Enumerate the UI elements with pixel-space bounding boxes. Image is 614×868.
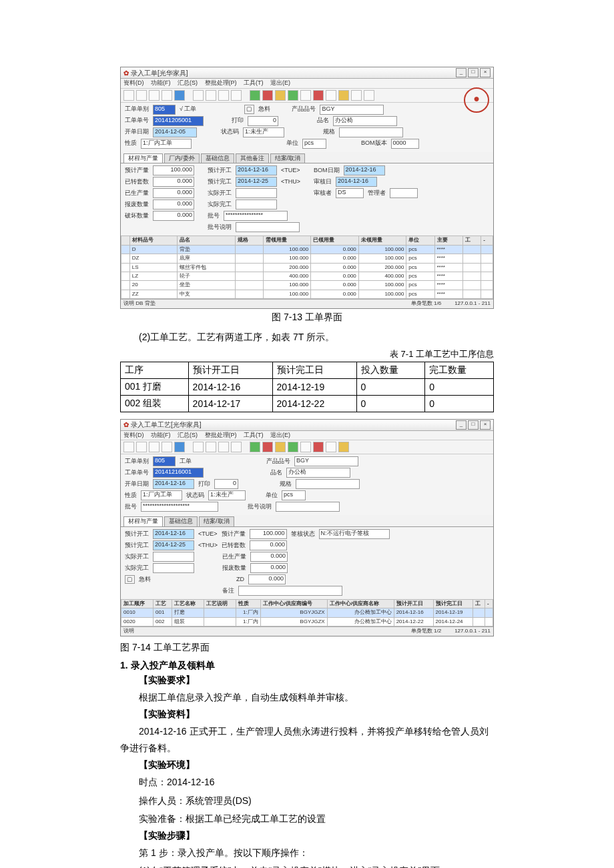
menu-tool[interactable]: 工具(T) [244,432,264,438]
v-sjkg[interactable] [236,188,277,198]
tb-filter-icon[interactable] [300,442,311,452]
input-dw[interactable]: pcs [302,139,326,149]
tb-cancel-icon[interactable] [262,442,273,452]
tb-new-icon[interactable] [123,442,134,452]
v-bomrq[interactable]: 2014-12-16 [344,165,385,175]
v-yjkg[interactable]: 2014-12-16 [236,165,277,175]
grid-row[interactable]: LZ轮子400.0000.000400.000pcs**** [121,272,493,280]
tb-folder-icon[interactable] [338,90,349,101]
tb-print-icon[interactable] [174,90,185,101]
input-ztm[interactable]: 1:未生产 [243,127,284,137]
close-button[interactable]: × [480,68,491,77]
menu-exit[interactable]: 退出(E) [270,432,290,438]
v-phsm[interactable] [276,502,340,512]
v-yjcl[interactable]: 100.000 [250,529,287,539]
tab-ccycl[interactable]: 材程与产量 [123,516,163,526]
v-yjkg[interactable]: 2014-12-16 [153,529,194,539]
input-gdlb[interactable]: 805 [153,105,176,115]
v-ph[interactable]: ******************** [141,502,218,512]
tb-approve-icon[interactable] [288,90,298,101]
tb-cancel-icon[interactable] [262,90,273,101]
tb-search-icon[interactable] [136,442,147,452]
v-yjcl[interactable]: 100.000 [153,165,194,175]
input-kdrq[interactable]: 2014-12-05 [153,127,197,137]
tb-prev-icon[interactable] [206,442,216,452]
chk-jl[interactable]: ▢ [244,105,254,114]
tb-lock-icon[interactable] [313,442,324,452]
tb-open-icon[interactable] [326,90,336,101]
v-gdh[interactable]: 20141216001 [153,468,204,478]
v-yjwg[interactable]: 2014-12-25 [153,540,194,550]
v-glz[interactable] [390,188,418,198]
tab-jaqx[interactable]: 结案/取消 [199,516,234,526]
tb-delete-icon[interactable] [149,442,160,452]
v-sjwg[interactable] [153,563,194,573]
v-yzts[interactable]: 0.000 [250,540,287,550]
v-xz[interactable]: 1:厂内工单 [141,490,182,500]
tb-more-icon[interactable] [364,90,374,101]
tab-qtbz[interactable]: 其他备注 [236,153,269,163]
tb-next-icon[interactable] [218,90,229,101]
v-qhzt[interactable]: N:不运行电子签核 [319,529,390,539]
v-shr[interactable]: 2014-12-16 [336,177,377,187]
menu-batch[interactable]: 整批处理(P) [205,432,237,438]
v-phsl[interactable]: 0.000 [153,211,194,221]
menu-exit[interactable]: 退出(E) [270,79,290,86]
v-yjts[interactable]: 0.000 [153,177,194,187]
v-yscl[interactable]: 0.000 [153,188,194,198]
v-phsm[interactable] [236,222,300,232]
tb-open-icon[interactable] [326,442,336,452]
v-bfsl[interactable]: 0.000 [250,563,288,573]
tb-approve-icon[interactable] [288,442,298,452]
tab-ccycl[interactable]: 材程与产量 [123,153,163,163]
menu-batch[interactable]: 整批处理(P) [205,79,237,86]
v-yjwg[interactable]: 2014-12-25 [236,177,277,187]
input-bom[interactable]: 0000 [391,139,419,149]
menu-data[interactable]: 资料(D) [123,432,144,438]
input-xz[interactable]: 1:厂内工单 [141,139,192,149]
input-dy[interactable]: 0 [248,116,278,126]
tb-print-icon[interactable] [174,442,185,452]
tb-delete-icon[interactable] [149,90,160,101]
tb-refresh-icon[interactable] [275,442,286,452]
v-shz[interactable]: DS [336,188,364,198]
grid-row[interactable]: 0020002组装1:厂内BGYJGZX办公椅加工中心2014-12-22201… [121,617,493,626]
menu-sum[interactable]: 汇总(S) [178,79,198,86]
tb-first-icon[interactable] [193,90,204,101]
maximize-button[interactable]: □ [468,68,479,77]
menu-func[interactable]: 功能(F) [151,432,171,438]
input-pbh[interactable]: BGY [320,105,384,115]
v-yscl[interactable]: 0.000 [250,552,288,562]
input-pm[interactable]: 办公椅 [333,116,397,126]
grid-row[interactable]: 0010001打磨1:厂内BGYJGZX办公椅加工中心2014-12-16201… [121,608,493,617]
v-gg[interactable] [296,479,360,489]
menu-data[interactable]: 资料(D) [123,79,144,86]
grid-row[interactable]: DZ底座100.0000.000100.000pcs**** [121,254,493,263]
v-ph[interactable]: **************** [224,211,288,221]
grid-row[interactable]: D背垫100.0000.000100.000pcs**** [121,245,493,254]
input-gdh[interactable]: 20141205001 [153,116,204,126]
minimize-button[interactable]: _ [456,68,467,77]
tab-jcxx[interactable]: 基础信息 [164,516,198,526]
v-dw[interactable]: pcs [282,490,306,500]
v-bfsl[interactable]: 0.000 [153,199,194,209]
v-kdrq[interactable]: 2014-12-16 [153,479,194,489]
tb-filter-icon[interactable] [300,90,311,101]
grid-row[interactable]: ZZ中支100.0000.000100.000pcs**** [121,290,493,298]
tb-prev-icon[interactable] [206,90,216,101]
tb-check-icon[interactable] [250,442,260,452]
tb-next-icon[interactable] [218,442,229,452]
tb-last-icon[interactable] [231,442,242,452]
minimize-button[interactable]: _ [456,420,467,430]
v-bz[interactable] [238,586,342,596]
process-grid[interactable]: 加工顺序工艺工艺名称工艺说明性质工作中心/供应商编号工作中心/供应商名称预计开工… [121,599,493,626]
v-pbh[interactable]: BGY [294,456,358,466]
tb-save-icon[interactable] [351,90,362,101]
tab-jcxx[interactable]: 基础信息 [201,153,234,163]
menu-sum[interactable]: 汇总(S) [178,432,198,438]
close-button[interactable]: × [480,420,491,430]
menu-func[interactable]: 功能(F) [151,79,171,86]
v-sjwg[interactable] [236,199,277,209]
menu-tool[interactable]: 工具(T) [244,79,264,86]
tb-refresh-icon[interactable] [275,90,286,101]
